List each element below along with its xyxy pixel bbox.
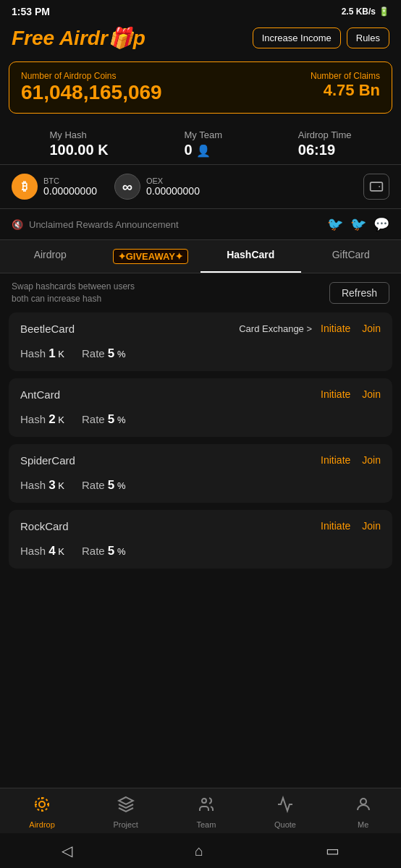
initiate-button[interactable]: Initiate	[321, 454, 350, 466]
join-button[interactable]: Join	[362, 388, 381, 400]
btc-item: ₿ BTC 0.00000000	[12, 174, 97, 200]
home-button[interactable]: ⌂	[195, 843, 203, 859]
airdrop-time-value: 06:19	[298, 142, 352, 158]
swap-header: Swap hashcards between usersboth can inc…	[9, 273, 392, 312]
claims-value: 4.75 Bn	[311, 81, 380, 100]
data-speed: 2.5 KB/s	[342, 7, 376, 17]
card-stats-row: Hash 4 KRate 5 %	[20, 540, 381, 558]
tabs: Airdrop ✦GIVEAWAY✦ HashCard GiftCard	[0, 240, 401, 273]
card-actions: InitiateJoin	[321, 388, 381, 400]
join-button[interactable]: Join	[362, 520, 381, 532]
system-nav: ◁ ⌂ ▭	[0, 833, 401, 868]
nav-project-label: Project	[113, 820, 138, 829]
airdrop-nav-icon	[33, 796, 51, 817]
card-top-row: RockCardInitiateJoin	[20, 520, 381, 532]
swap-description: Swap hashcards between usersboth can inc…	[12, 281, 135, 305]
oex-name: OEX	[146, 176, 200, 185]
initiate-button[interactable]: Initiate	[321, 323, 350, 334]
card-right: InitiateJoin	[321, 520, 381, 532]
my-team-label: My Team	[184, 129, 222, 140]
card-exchange-label: Card Exchange >	[239, 323, 312, 334]
airdrop-coins-col: Number of Airdrop Coins 61,048,165,069	[21, 71, 162, 104]
nav-me[interactable]: Me	[355, 796, 372, 829]
status-icons: 2.5 KB/s 🔋	[342, 7, 389, 17]
btc-icon: ₿	[12, 174, 38, 200]
stats-banner: Number of Airdrop Coins 61,048,165,069 N…	[9, 61, 392, 114]
oex-info: OEX 0.00000000	[146, 176, 200, 197]
card-name: BeetleCard	[20, 323, 75, 335]
increase-income-button[interactable]: Increase Income	[253, 27, 341, 48]
bottom-nav: Airdrop Project Team Quote	[0, 788, 401, 833]
oex-icon: ∞	[114, 174, 140, 200]
status-bar: 1:53 PM 2.5 KB/s 🔋	[0, 0, 401, 20]
rate-stat: Rate 5 %	[82, 544, 126, 558]
card-name: SpiderCard	[20, 454, 75, 467]
tab-giveaway[interactable]: ✦GIVEAWAY✦	[101, 240, 201, 273]
hash-stat: Hash 4 K	[20, 544, 64, 558]
my-info-row: My Hash 100.00 K My Team 0 👤 Airdrop Tim…	[0, 119, 401, 165]
btc-value: 0.00000000	[43, 185, 97, 197]
wallet-icon[interactable]	[363, 174, 389, 200]
recent-button[interactable]: ▭	[326, 842, 339, 859]
card-right: InitiateJoin	[321, 454, 381, 466]
twitter-icon-2[interactable]: 🐦	[350, 216, 366, 232]
airdrop-time-label: Airdrop Time	[298, 129, 352, 140]
team-nav-icon	[198, 796, 215, 817]
time: 1:53 PM	[12, 6, 50, 17]
cards-list: BeetleCardCard Exchange >InitiateJoinHas…	[9, 312, 392, 569]
initiate-button[interactable]: Initiate	[321, 388, 350, 400]
airdrop-coins-label: Number of Airdrop Coins	[21, 71, 162, 81]
twitter-icon-1[interactable]: 🐦	[327, 216, 343, 232]
tab-airdrop[interactable]: Airdrop	[0, 240, 101, 273]
nav-airdrop-label: Airdrop	[29, 820, 54, 829]
header: Free Airdr🎁p Increase Income Rules	[0, 20, 401, 56]
card-item: AntCardInitiateJoinHash 2 KRate 5 %	[9, 378, 392, 437]
svg-point-1	[39, 801, 45, 807]
nav-airdrop[interactable]: Airdrop	[29, 796, 54, 829]
card-top-row: AntCardInitiateJoin	[20, 388, 381, 401]
airdrop-time-item: Airdrop Time 06:19	[298, 129, 352, 158]
rules-button[interactable]: Rules	[347, 27, 389, 48]
join-button[interactable]: Join	[362, 454, 381, 466]
rate-stat: Rate 5 %	[82, 412, 126, 427]
nav-project[interactable]: Project	[113, 796, 138, 829]
card-item: RockCardInitiateJoinHash 4 KRate 5 %	[9, 510, 392, 569]
card-right: InitiateJoin	[321, 388, 381, 400]
card-right: Card Exchange >InitiateJoin	[239, 323, 381, 334]
nav-team[interactable]: Team	[196, 796, 216, 829]
nav-quote[interactable]: Quote	[274, 796, 296, 829]
btc-info: BTC 0.00000000	[43, 176, 97, 197]
my-hash-item: My Hash 100.00 K	[49, 129, 108, 158]
svg-point-2	[35, 798, 48, 811]
crypto-row: ₿ BTC 0.00000000 ∞ OEX 0.00000000	[0, 165, 401, 209]
hash-stat: Hash 2 K	[20, 412, 64, 427]
claims-label: Number of Claims	[311, 71, 380, 81]
svg-point-4	[360, 799, 366, 804]
my-team-item: My Team 0 👤	[184, 129, 222, 158]
card-top-row: BeetleCardCard Exchange >InitiateJoin	[20, 323, 381, 335]
my-team-value: 0 👤	[184, 142, 222, 158]
claims-col: Number of Claims 4.75 Bn	[311, 71, 380, 104]
battery-icon: 🔋	[379, 7, 389, 17]
card-top-row: SpiderCardInitiateJoin	[20, 454, 381, 467]
header-buttons: Increase Income Rules	[253, 27, 389, 48]
discord-icon[interactable]: 💬	[373, 216, 389, 232]
hash-stat: Hash 3 K	[20, 478, 64, 493]
join-button[interactable]: Join	[362, 323, 381, 334]
announcement-bar: 🔇 Unclaimed Rewards Announcement 🐦 🐦 💬	[0, 209, 401, 240]
initiate-button[interactable]: Initiate	[321, 520, 350, 532]
tab-giftcard[interactable]: GiftCard	[301, 240, 402, 273]
card-stats-row: Hash 1 KRate 5 %	[20, 342, 381, 361]
logo: Free Airdr🎁p	[12, 26, 145, 50]
announcement-text: 🔇 Unclaimed Rewards Announcement	[12, 219, 179, 230]
quote-nav-icon	[277, 796, 294, 817]
tab-hashcard[interactable]: HashCard	[200, 240, 301, 273]
card-actions: InitiateJoin	[321, 454, 381, 466]
back-button[interactable]: ◁	[62, 842, 72, 859]
airdrop-coins-value: 61,048,165,069	[21, 81, 162, 104]
speaker-icon: 🔇	[12, 219, 23, 230]
oex-value: 0.00000000	[146, 185, 200, 197]
refresh-button[interactable]: Refresh	[329, 282, 389, 304]
rate-stat: Rate 5 %	[82, 346, 126, 361]
card-item: SpiderCardInitiateJoinHash 3 KRate 5 %	[9, 444, 392, 503]
